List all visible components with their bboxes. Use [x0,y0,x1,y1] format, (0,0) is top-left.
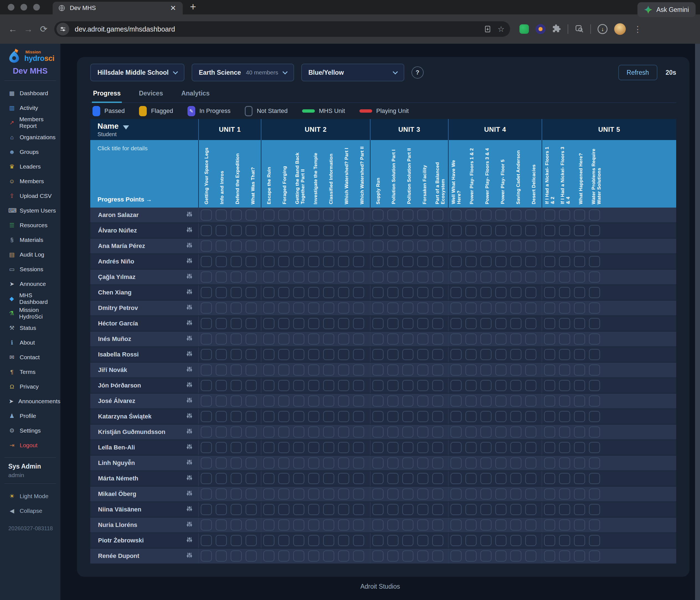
progress-cell[interactable] [388,473,398,484]
tab-progress[interactable]: Progress [92,90,122,103]
progress-cell[interactable] [466,442,477,453]
progress-cell[interactable] [574,334,585,344]
progress-cell[interactable] [559,334,570,344]
progress-cell[interactable] [574,458,585,469]
progress-cell[interactable] [216,380,227,391]
url-text[interactable]: dev.adroit.games/mhsdashboard [75,25,478,33]
progress-cell[interactable] [525,225,536,236]
progress-cell[interactable] [388,334,398,344]
tab-devices[interactable]: Devices [138,90,164,102]
progress-cell[interactable] [495,395,506,407]
progress-cell[interactable] [510,411,521,422]
progress-cell[interactable] [451,349,461,360]
progress-cell[interactable] [495,349,506,360]
progress-cell[interactable] [201,489,212,499]
progress-cell[interactable] [510,240,521,252]
sliders-icon[interactable] [186,258,192,265]
progress-cell[interactable] [451,411,461,422]
progress-cell[interactable] [432,395,443,407]
lesson-title-pollution-solution-part-i[interactable]: Pollution Solution Part I [391,150,397,204]
progress-cell[interactable] [201,426,212,438]
progress-cell[interactable] [201,411,212,422]
minimize-window-button[interactable] [21,4,27,10]
progress-cell[interactable] [293,473,304,484]
browser-tab[interactable]: Dev MHS ✕ [53,2,183,15]
progress-cell[interactable] [263,349,274,360]
progress-cell[interactable] [323,473,334,484]
progress-cell[interactable] [574,225,585,236]
progress-cell[interactable] [574,426,585,438]
progress-cell[interactable] [451,550,461,562]
progress-cell[interactable] [480,364,492,375]
progress-cell[interactable] [201,442,212,453]
lesson-title-power-play-floors-3-4[interactable]: Power Play- Floors 3 & 4 [484,148,490,204]
progress-cell[interactable] [451,489,461,499]
progress-cell[interactable] [510,426,521,438]
site-settings-icon[interactable] [56,23,69,35]
progress-cell[interactable] [308,256,319,267]
progress-cell[interactable] [201,535,212,546]
profile-avatar[interactable] [614,23,626,35]
progress-cell[interactable] [525,271,536,283]
progress-cell[interactable] [216,426,227,438]
progress-cell[interactable] [231,442,242,453]
progress-cell[interactable] [246,519,257,530]
lesson-title-getting-your-space-legs[interactable]: Getting Your Space Legs [204,148,209,204]
progress-cell[interactable] [246,411,257,422]
progress-cell[interactable] [293,550,304,562]
sidebar-item-sessions[interactable]: ▭Sessions [0,262,60,277]
school-select[interactable]: Hillsdale Middle School [90,64,184,81]
progress-cell[interactable] [293,225,304,236]
progress-cell[interactable] [510,349,521,360]
progress-cell[interactable] [544,426,555,438]
progress-cell[interactable] [432,473,443,484]
progress-cell[interactable] [466,303,477,314]
progress-cell[interactable] [559,489,570,499]
lesson-title-foraged-forging[interactable]: Foraged Forging [282,166,288,204]
progress-cell[interactable] [338,550,349,562]
progress-cell[interactable] [432,458,443,469]
progress-cell[interactable] [353,318,364,329]
progress-cell[interactable] [216,519,227,530]
progress-cell[interactable] [525,364,536,375]
progress-cell[interactable] [559,349,570,360]
progress-cell[interactable] [293,489,304,499]
progress-cell[interactable] [544,334,555,344]
sliders-icon[interactable] [186,304,192,312]
progress-cell[interactable] [451,334,461,344]
progress-cell[interactable] [388,442,398,453]
progress-cell[interactable] [432,256,443,267]
progress-cell[interactable] [263,209,274,220]
progress-cell[interactable] [231,271,242,283]
progress-cell[interactable] [338,458,349,469]
progress-cell[interactable] [466,287,477,298]
progress-cell[interactable] [525,473,536,484]
progress-cell[interactable] [278,209,290,220]
progress-cell[interactable] [263,458,274,469]
progress-cell[interactable] [559,395,570,407]
lesson-title-if-i-had-a-nickel-floors-1-2[interactable]: If I Had a Nickel- Floors 1 & 2 [544,147,556,204]
progress-cell[interactable] [216,225,227,236]
progress-cell[interactable] [495,504,506,515]
sliders-icon[interactable] [186,289,192,296]
progress-cell[interactable] [278,426,290,438]
progress-cell[interactable] [402,380,414,391]
progress-cell[interactable] [388,256,398,267]
progress-cell[interactable] [525,519,536,530]
progress-cell[interactable] [293,519,304,530]
progress-cell[interactable] [308,395,319,407]
progress-cell[interactable] [466,458,477,469]
puzzle-extensions-icon[interactable] [552,24,561,34]
progress-cell[interactable] [353,473,364,484]
progress-cell[interactable] [293,318,304,329]
progress-cell[interactable] [278,256,290,267]
progress-cell[interactable] [263,504,274,515]
progress-cell[interactable] [216,504,227,515]
progress-cell[interactable] [589,473,600,484]
progress-cell[interactable] [480,380,492,391]
progress-cell[interactable] [402,519,414,530]
progress-cell[interactable] [231,489,242,499]
name-column-header[interactable]: Name Student [90,119,198,140]
progress-cell[interactable] [231,504,242,515]
progress-cell[interactable] [201,318,212,329]
